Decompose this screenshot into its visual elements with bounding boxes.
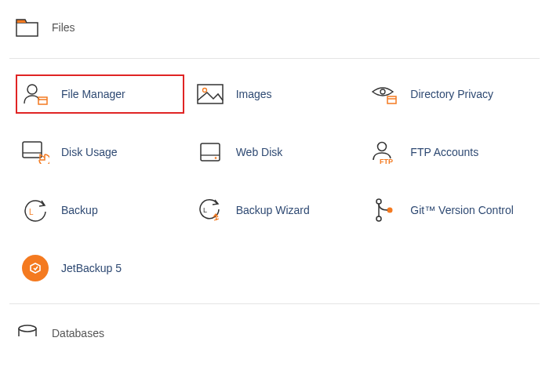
images-icon (195, 81, 225, 107)
tile-label: Git™ Version Control (410, 204, 514, 216)
databases-section-title: Databases (52, 327, 104, 339)
tile-git-version-control[interactable]: Git™ Version Control (365, 191, 533, 230)
svg-rect-8 (201, 143, 220, 161)
tile-disk-usage[interactable]: Disk Usage (16, 132, 184, 172)
tile-label: File Manager (61, 88, 125, 100)
svg-point-4 (202, 89, 206, 93)
tile-label: Backup Wizard (236, 204, 310, 216)
files-section-header: Files (9, 0, 540, 58)
disk-usage-icon (20, 139, 50, 165)
svg-rect-0 (16, 23, 38, 36)
svg-point-5 (380, 89, 385, 94)
svg-point-10 (378, 143, 387, 151)
svg-rect-3 (198, 85, 223, 103)
tile-directory-privacy[interactable]: Directory Privacy (365, 74, 533, 114)
tile-jetbackup-5[interactable]: JetBackup 5 (16, 249, 184, 288)
tile-label: Disk Usage (61, 146, 118, 158)
folder-icon (13, 14, 42, 41)
svg-text:FTP: FTP (380, 158, 393, 165)
tile-images[interactable]: Images (191, 74, 359, 114)
svg-point-9 (214, 157, 216, 159)
svg-rect-7 (23, 142, 42, 158)
files-grid: File Manager Images (9, 59, 540, 303)
tile-web-disk[interactable]: Web Disk (191, 132, 359, 172)
backup-wizard-icon: L (195, 197, 225, 223)
ftp-accounts-icon: FTP (369, 139, 399, 165)
web-disk-icon (195, 139, 225, 165)
git-icon (369, 197, 399, 223)
tile-ftp-accounts[interactable]: FTP FTP Accounts (365, 132, 533, 172)
tile-label: Images (236, 88, 272, 100)
tile-label: FTP Accounts (410, 146, 478, 158)
jetbackup-icon (20, 255, 50, 281)
svg-point-17 (19, 325, 36, 332)
tile-file-manager[interactable]: File Manager (16, 74, 184, 114)
tile-label: JetBackup 5 (61, 262, 122, 274)
svg-point-15 (376, 216, 381, 221)
svg-point-16 (387, 208, 393, 213)
tile-backup[interactable]: L Backup (16, 191, 184, 230)
tile-label: Directory Privacy (410, 88, 493, 100)
backup-icon: L (20, 197, 50, 223)
database-icon (13, 320, 42, 347)
files-section-title: Files (52, 21, 75, 34)
svg-text:L: L (29, 208, 34, 216)
files-section: Files File Manager (0, 0, 549, 347)
tile-label: Web Disk (236, 146, 283, 158)
directory-privacy-icon (369, 81, 399, 107)
file-manager-icon (20, 81, 50, 107)
tile-backup-wizard[interactable]: L Backup Wizard (191, 191, 359, 230)
tile-label: Backup (61, 204, 98, 216)
svg-rect-6 (387, 96, 396, 103)
svg-point-1 (27, 85, 37, 94)
svg-text:L: L (203, 206, 207, 214)
svg-point-14 (376, 199, 381, 204)
svg-rect-2 (38, 97, 47, 104)
databases-section-header: Databases (9, 304, 540, 347)
